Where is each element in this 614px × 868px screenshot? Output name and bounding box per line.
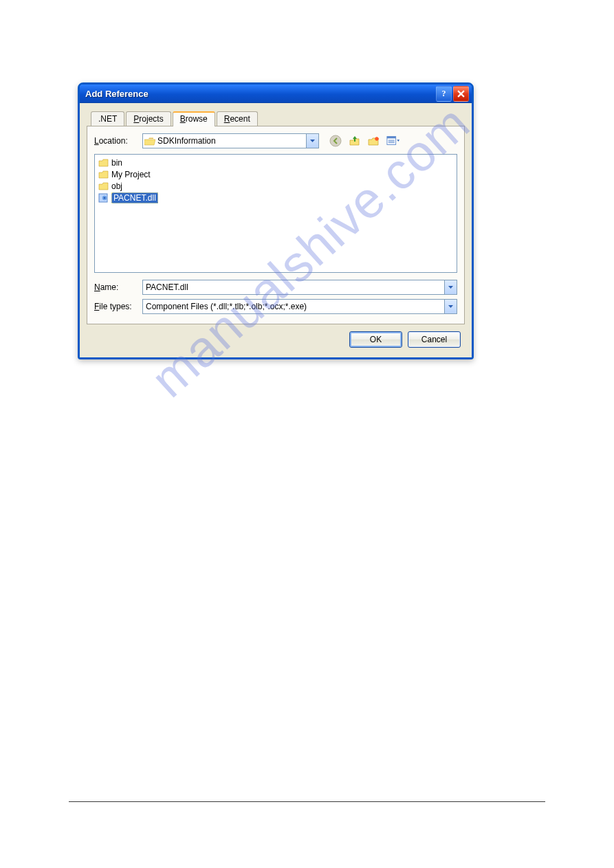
browse-panel: Location: SDKInformation: [87, 126, 465, 324]
folder-icon: [98, 158, 109, 168]
tab-net[interactable]: .NET: [91, 111, 124, 126]
close-icon: [457, 90, 465, 98]
svg-point-5: [104, 197, 106, 199]
new-folder-icon: [368, 135, 380, 147]
back-icon: [329, 135, 342, 147]
footer-divider: [69, 801, 545, 802]
location-combo[interactable]: SDKInformation: [142, 133, 319, 148]
item-label: obj: [111, 181, 122, 191]
tab-strip: .NET Projects Browse Recent: [87, 111, 465, 126]
back-button[interactable]: [329, 134, 342, 148]
folder-icon: [98, 170, 109, 179]
up-one-level-icon: [349, 135, 361, 147]
tab-label: Recent: [224, 114, 250, 124]
button-label: Cancel: [421, 335, 447, 344]
tab-projects[interactable]: Projects: [126, 111, 171, 126]
help-button[interactable]: ?: [436, 86, 452, 102]
folder-icon: [98, 181, 109, 191]
button-label: OK: [370, 335, 382, 344]
filetypes-value: Component Files (*.dll;*.tlb;*.olb;*.ocx…: [146, 302, 307, 311]
filetypes-label: File types:: [94, 302, 142, 311]
cancel-button[interactable]: Cancel: [408, 331, 461, 348]
dialog-title: Add Reference: [85, 89, 435, 99]
filetypes-row: File types: Component Files (*.dll;*.tlb…: [94, 299, 457, 314]
svg-rect-2: [387, 137, 396, 139]
item-label: My Project: [111, 170, 151, 179]
item-label: bin: [111, 158, 122, 168]
add-reference-dialog: Add Reference ? .NET Projects Browse: [78, 82, 474, 359]
list-item[interactable]: bin: [98, 157, 454, 168]
filetypes-field[interactable]: Component Files (*.dll;*.tlb;*.olb;*.ocx…: [142, 299, 457, 314]
title-bar[interactable]: Add Reference ?: [80, 85, 472, 103]
tab-browse[interactable]: Browse: [173, 111, 215, 126]
ok-button[interactable]: OK: [349, 331, 402, 348]
tab-recent[interactable]: Recent: [217, 111, 258, 126]
list-item[interactable]: My Project: [98, 168, 454, 180]
file-list[interactable]: bin My Project obj: [94, 154, 457, 273]
tab-label: Projects: [133, 114, 163, 124]
dialog-button-row: OK Cancel: [87, 324, 465, 349]
component-file-icon: [98, 193, 109, 203]
location-row: Location: SDKInformation: [94, 133, 457, 148]
new-folder-button[interactable]: [367, 134, 381, 148]
dropdown-arrow-icon[interactable]: [444, 280, 457, 294]
location-toolbar: [329, 134, 400, 148]
name-field[interactable]: PACNET.dll: [142, 280, 457, 295]
dropdown-arrow-icon[interactable]: [444, 300, 457, 313]
views-menu-button[interactable]: [386, 134, 400, 148]
location-label: Location:: [94, 136, 142, 146]
name-label: Name:: [94, 282, 142, 292]
dropdown-arrow-icon[interactable]: [306, 134, 318, 148]
tab-label: Browse: [180, 114, 208, 124]
list-item[interactable]: obj: [98, 180, 454, 192]
name-value: PACNET.dll: [146, 282, 188, 292]
close-button[interactable]: [453, 86, 469, 102]
views-menu-icon: [386, 135, 400, 147]
tab-label: .NET: [98, 114, 117, 124]
name-row: Name: PACNET.dll: [94, 280, 457, 295]
up-one-level-button[interactable]: [348, 134, 362, 148]
dialog-body: .NET Projects Browse Recent Location:: [80, 103, 472, 357]
list-item-selected[interactable]: PACNET.dll: [98, 192, 454, 203]
item-label: PACNET.dll: [111, 192, 158, 203]
folder-open-icon: [144, 136, 155, 146]
location-value: SDKInformation: [157, 136, 306, 146]
svg-point-0: [330, 135, 341, 146]
